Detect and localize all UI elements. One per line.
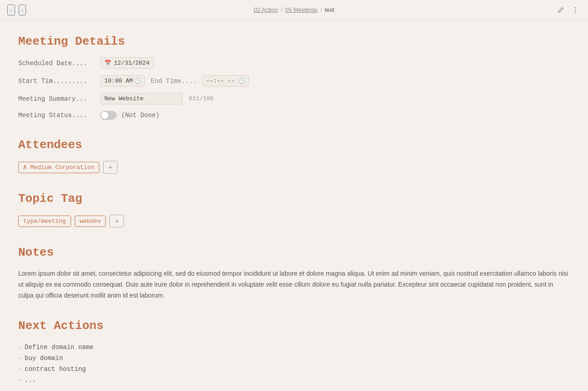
attendees-heading: Attendees xyxy=(18,138,570,152)
add-topic-button[interactable]: + xyxy=(109,215,124,227)
bullet-2: • xyxy=(18,367,21,372)
breadcrumb: 02 Action / 05 Meetings / test xyxy=(254,6,335,13)
scheduled-date-row: Scheduled Date.... 📅 12/31/2024 xyxy=(18,57,570,69)
breadcrumb-sep2: / xyxy=(320,6,322,13)
add-attendee-button[interactable]: + xyxy=(103,161,118,174)
meeting-details-heading: Meeting Details xyxy=(18,35,570,48)
topic-section: Topic Tag type/meeting webdev + xyxy=(18,192,570,227)
meeting-summary-input[interactable] xyxy=(100,93,182,104)
meeting-summary-row: Meeting Summary... 011/100 xyxy=(18,93,570,104)
action-list: • Define domain name • buy domain • cont… xyxy=(18,342,570,386)
date-text: 12/31/2024 xyxy=(114,60,150,67)
top-bar: ‹ › 02 Action / 05 Meetings / test xyxy=(0,0,588,20)
scheduled-date-value: 📅 12/31/2024 xyxy=(100,57,154,69)
time-row: Start Tim......... 10:00 AM 🕐 End Time..… xyxy=(18,75,570,87)
forward-button[interactable]: › xyxy=(19,5,26,15)
action-item-1: • buy domain xyxy=(18,353,570,364)
bullet-3: • xyxy=(18,378,21,383)
toggle-knob xyxy=(101,112,108,119)
breadcrumb-part2[interactable]: 05 Meetings xyxy=(285,6,318,13)
topic-tag-1[interactable]: webdev xyxy=(75,216,106,227)
start-time-text: 10:00 AM xyxy=(104,77,133,84)
meeting-details-section: Meeting Details Scheduled Date.... 📅 12/… xyxy=(18,35,570,120)
meeting-status-value: (Not Done) xyxy=(100,111,160,120)
time-value: 10:00 AM 🕐 End Time.... --:-- -- 🕐 xyxy=(100,75,249,87)
svg-point-1 xyxy=(575,9,576,10)
notes-text: Lorem ipsum dolor sit amet, consectetur … xyxy=(18,268,570,301)
main-content: Meeting Details Scheduled Date.... 📅 12/… xyxy=(0,20,588,391)
more-button[interactable] xyxy=(570,5,581,15)
notes-heading: Notes xyxy=(18,246,570,259)
nav-buttons: ‹ › xyxy=(7,5,26,15)
notes-section: Notes Lorem ipsum dolor sit amet, consec… xyxy=(18,246,570,301)
breadcrumb-part3: test xyxy=(325,6,334,13)
action-text-2: contract hosting xyxy=(25,365,86,373)
back-button[interactable]: ‹ xyxy=(7,5,15,15)
action-text-3: ... xyxy=(25,376,36,384)
action-item-2: • contract hosting xyxy=(18,364,570,375)
edit-button[interactable] xyxy=(555,5,566,15)
time-separator: End Time.... xyxy=(150,77,196,85)
meeting-status-label: Meeting Status.... xyxy=(18,112,100,119)
breadcrumb-part1[interactable]: 02 Action xyxy=(254,6,279,13)
meeting-status-row: Meeting Status.... (Not Done) xyxy=(18,111,570,120)
end-time-input[interactable]: --:-- -- 🕐 xyxy=(202,75,248,87)
attendee-tag-0[interactable]: A Medium Corporation xyxy=(18,162,99,173)
scheduled-date-label: Scheduled Date.... xyxy=(18,60,100,67)
bullet-1: • xyxy=(18,356,21,361)
bullet-0: • xyxy=(18,345,21,350)
attendees-section: Attendees A Medium Corporation + xyxy=(18,138,570,174)
clock-icon-start: 🕐 xyxy=(134,78,141,84)
start-time-input[interactable]: 10:00 AM 🕐 xyxy=(100,75,145,87)
char-count: 011/100 xyxy=(189,95,214,102)
status-toggle[interactable] xyxy=(100,111,117,120)
topic-heading: Topic Tag xyxy=(18,192,570,206)
topic-tags-list: type/meeting webdev + xyxy=(18,215,570,227)
topic-tag-0[interactable]: type/meeting xyxy=(18,216,71,227)
end-time-text: --:-- -- xyxy=(206,77,234,84)
breadcrumb-sep1: / xyxy=(281,6,283,13)
action-item-3: • ... xyxy=(18,375,570,386)
start-time-label: Start Tim......... xyxy=(18,77,100,85)
attendees-list: A Medium Corporation + xyxy=(18,161,570,174)
action-item-0: • Define domain name xyxy=(18,342,570,353)
calendar-icon: 📅 xyxy=(104,60,111,67)
next-actions-heading: Next Actions xyxy=(18,319,570,333)
toggle-status-text: (Not Done) xyxy=(121,112,160,119)
action-text-0: Define domain name xyxy=(25,344,93,351)
clock-icon-end: 🕐 xyxy=(238,78,245,84)
next-actions-section: Next Actions • Define domain name • buy … xyxy=(18,319,570,386)
svg-point-0 xyxy=(575,7,576,8)
date-input[interactable]: 📅 12/31/2024 xyxy=(100,57,154,69)
action-text-1: buy domain xyxy=(25,355,63,362)
svg-point-2 xyxy=(575,11,576,12)
meeting-summary-value: 011/100 xyxy=(100,93,214,104)
meeting-summary-label: Meeting Summary... xyxy=(18,95,100,103)
top-bar-actions xyxy=(555,5,581,15)
